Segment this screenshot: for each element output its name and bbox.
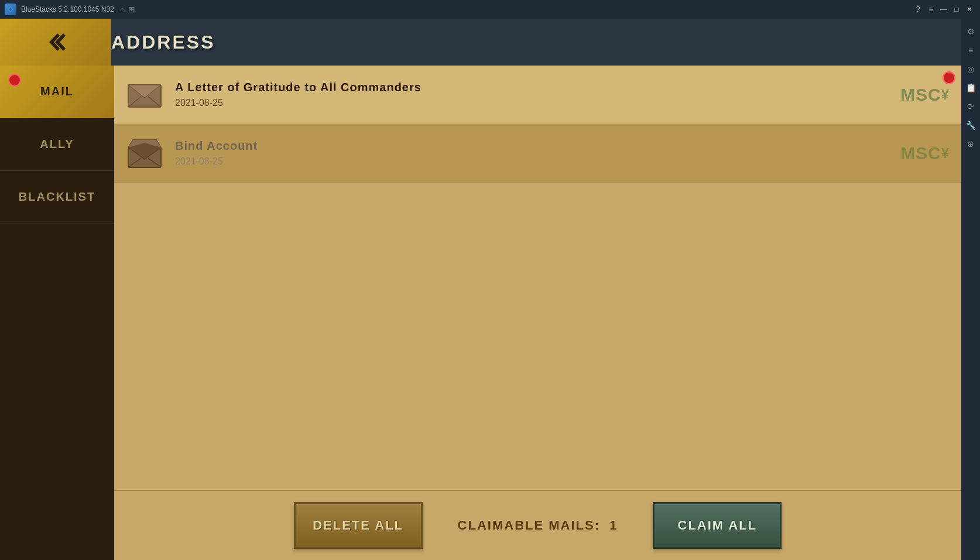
address-header: ADDRESS bbox=[0, 19, 961, 66]
sidebar-tool-5[interactable]: ⟳ bbox=[962, 98, 979, 115]
sidebar-tool-2[interactable]: ≡ bbox=[962, 42, 979, 59]
sidebar-tool-6[interactable]: 🔧 bbox=[962, 117, 979, 133]
close-button[interactable]: ✕ bbox=[964, 4, 975, 15]
nav-item-mail[interactable]: MAIL bbox=[0, 66, 114, 118]
delete-all-button[interactable]: DELETE ALL bbox=[294, 502, 423, 549]
titlebar: BlueStacks 5.2.100.1045 N32 ⌂ ⊞ ? ≡ — □ … bbox=[0, 0, 980, 19]
titlebar-app-name: BlueStacks 5.2.100.1045 N32 bbox=[21, 5, 114, 13]
sidebar-tool-1[interactable]: ⚙ bbox=[962, 23, 979, 40]
game-area: ADDRESS MAIL ALLY BLACKLIST bbox=[0, 19, 961, 560]
msc-watermark-1: MSC ¥ bbox=[900, 85, 950, 105]
mail-item-1[interactable]: A Letter of Gratitude to All Commanders … bbox=[114, 66, 961, 124]
mail-item-2[interactable]: Bind Account 2021-08-25 MSC ¥ bbox=[114, 124, 961, 183]
mail-subject-1: A Letter of Gratitude to All Commanders bbox=[175, 81, 950, 94]
titlebar-icons: ⌂ ⊞ bbox=[120, 5, 135, 14]
msc-watermark-2: MSC ¥ bbox=[900, 143, 950, 163]
menu-button[interactable]: ≡ bbox=[925, 4, 937, 15]
left-nav: MAIL ALLY BLACKLIST bbox=[0, 66, 114, 560]
mail-list: A Letter of Gratitude to All Commanders … bbox=[114, 66, 961, 490]
claim-all-button[interactable]: CLAIM ALL bbox=[653, 502, 782, 549]
page-title: ADDRESS bbox=[111, 32, 215, 53]
content-area: A Letter of Gratitude to All Commanders … bbox=[114, 66, 961, 560]
home-icon[interactable]: ⌂ bbox=[120, 5, 125, 14]
bluestacks-logo bbox=[5, 4, 16, 15]
sidebar-tool-7[interactable]: ⊕ bbox=[962, 136, 979, 152]
help-button[interactable]: ? bbox=[912, 4, 924, 15]
mail-subject-2: Bind Account bbox=[175, 139, 950, 153]
mail-date-1: 2021-08-25 bbox=[175, 98, 950, 108]
minimize-button[interactable]: — bbox=[938, 4, 950, 15]
right-sidebar: ⚙ ≡ ◎ 📋 ⟳ 🔧 ⊕ bbox=[961, 19, 980, 560]
mail-envelope-closed-icon bbox=[126, 76, 163, 114]
mail-date-2: 2021-08-25 bbox=[175, 156, 950, 167]
maximize-button[interactable]: □ bbox=[951, 4, 962, 15]
multi-icon[interactable]: ⊞ bbox=[128, 5, 135, 14]
mail-badge bbox=[8, 74, 21, 87]
nav-item-ally[interactable]: ALLY bbox=[0, 118, 114, 171]
sidebar-tool-3[interactable]: ◎ bbox=[962, 61, 979, 77]
claimable-info: CLAIMABLE MAILS: 1 bbox=[458, 518, 618, 533]
sidebar-tool-4[interactable]: 📋 bbox=[962, 80, 979, 96]
back-button[interactable] bbox=[0, 19, 111, 66]
mail-info-1: A Letter of Gratitude to All Commanders … bbox=[175, 81, 950, 108]
mail-info-2: Bind Account 2021-08-25 bbox=[175, 139, 950, 167]
nav-item-blacklist[interactable]: BLACKLIST bbox=[0, 171, 114, 224]
titlebar-controls: ? ≡ — □ ✕ bbox=[912, 4, 975, 15]
back-arrow-icon bbox=[41, 28, 70, 57]
mail-unread-badge bbox=[943, 71, 955, 84]
mail-envelope-open-icon bbox=[126, 135, 163, 172]
bottom-bar: DELETE ALL CLAIMABLE MAILS: 1 CLAIM ALL bbox=[114, 490, 961, 560]
